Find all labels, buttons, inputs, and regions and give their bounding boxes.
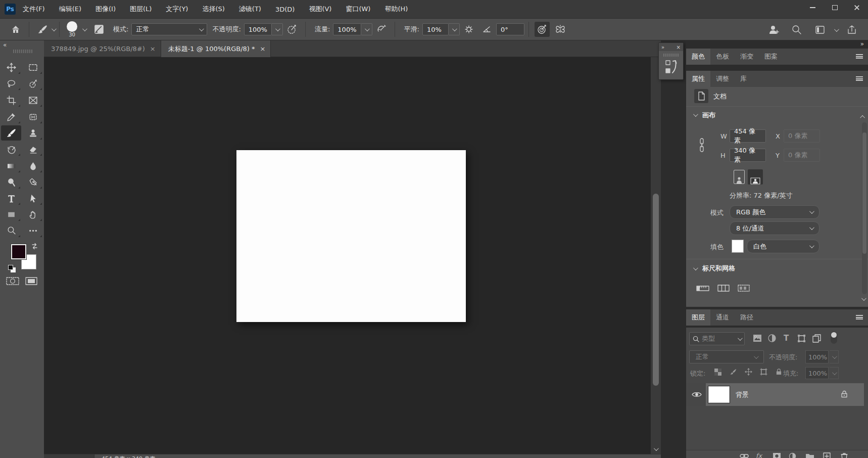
quick-selection-tool[interactable] bbox=[23, 76, 43, 91]
lock-all-button[interactable] bbox=[773, 368, 784, 376]
path-selection-tool[interactable] bbox=[23, 191, 43, 206]
opacity-input[interactable]: 100% bbox=[244, 23, 272, 35]
pressure-opacity-button[interactable] bbox=[284, 22, 300, 37]
swap-colors-button[interactable] bbox=[30, 242, 39, 252]
type-tool[interactable] bbox=[1, 191, 21, 206]
blend-mode-select[interactable]: 正常 bbox=[131, 23, 207, 35]
menu-item-type[interactable]: 文字(Y) bbox=[159, 0, 195, 18]
filter-type-layers-button[interactable]: T bbox=[784, 334, 789, 343]
scrollbar-down-arrow[interactable] bbox=[654, 446, 659, 451]
collapse-toolbar-button[interactable]: « bbox=[3, 41, 7, 49]
menu-item-3d[interactable]: 3D(D) bbox=[268, 0, 302, 18]
canvas-fill-swatch[interactable] bbox=[732, 240, 744, 253]
history-panel-button[interactable] bbox=[659, 59, 683, 76]
toolbar-grip[interactable] bbox=[13, 50, 32, 53]
tab-layers[interactable]: 图层 bbox=[686, 309, 710, 326]
shape-tool[interactable] bbox=[1, 207, 21, 222]
panel-grip[interactable] bbox=[663, 54, 679, 57]
tab-libraries[interactable]: 库 bbox=[735, 71, 752, 87]
add-mask-button[interactable] bbox=[773, 452, 781, 458]
orientation-portrait-button[interactable] bbox=[734, 170, 745, 184]
menu-item-image[interactable]: 图像(I) bbox=[88, 0, 123, 18]
layer-lock-badge[interactable] bbox=[841, 390, 848, 400]
maximize-button[interactable] bbox=[824, 0, 846, 15]
link-layers-button[interactable] bbox=[740, 452, 749, 458]
layer-row-background[interactable]: 背景 bbox=[686, 383, 864, 406]
tab-adjustments[interactable]: 调整 bbox=[710, 71, 735, 87]
frame-tool[interactable] bbox=[23, 93, 43, 108]
account-button[interactable] bbox=[766, 22, 781, 37]
section-chevron-icon[interactable] bbox=[693, 265, 698, 270]
layer-thumbnail[interactable] bbox=[708, 386, 730, 403]
airbrush-button[interactable] bbox=[374, 22, 389, 37]
panel-menu-icon[interactable] bbox=[856, 54, 863, 59]
orientation-landscape-button[interactable] bbox=[748, 169, 763, 185]
brush-size-picker[interactable]: 30 bbox=[67, 21, 77, 37]
brush-tool-selected[interactable] bbox=[1, 125, 21, 141]
history-brush-tool[interactable] bbox=[1, 142, 21, 157]
tab-channels[interactable]: 通道 bbox=[710, 309, 735, 326]
eyedropper-tool[interactable] bbox=[1, 109, 21, 124]
share-button[interactable] bbox=[844, 22, 859, 37]
pressure-size-button[interactable] bbox=[535, 22, 550, 37]
dodge-tool[interactable] bbox=[1, 174, 21, 190]
layer-filter-select[interactable]: 类型 bbox=[689, 332, 745, 345]
document-tab-inactive[interactable]: 378849.jpg @ 25%(RGB/8#) × bbox=[44, 40, 161, 57]
lock-transparency-button[interactable] bbox=[712, 369, 724, 376]
expand-panel-button[interactable]: » bbox=[661, 44, 664, 50]
document-canvas[interactable] bbox=[236, 150, 466, 322]
collapse-panels-button[interactable]: » bbox=[860, 40, 864, 48]
menu-item-window[interactable]: 窗口(W) bbox=[339, 0, 377, 18]
menu-item-help[interactable]: 帮助(H) bbox=[377, 0, 415, 18]
close-button[interactable] bbox=[846, 0, 868, 15]
filter-smart-objects-button[interactable] bbox=[812, 334, 821, 344]
screen-mode-button[interactable] bbox=[25, 277, 37, 287]
new-layer-button[interactable] bbox=[823, 452, 831, 458]
brush-size-chevron-icon[interactable] bbox=[82, 26, 87, 31]
lock-position-button[interactable] bbox=[743, 368, 754, 376]
filter-adjustment-layers-button[interactable] bbox=[768, 334, 776, 344]
pen-tool[interactable] bbox=[23, 174, 43, 190]
lasso-tool[interactable] bbox=[1, 76, 21, 91]
panel-scroll-up-icon[interactable] bbox=[860, 115, 865, 120]
bit-depth-select[interactable]: 8 位/通道 bbox=[730, 221, 819, 235]
brush-tool-preset[interactable] bbox=[35, 22, 50, 37]
hand-tool[interactable] bbox=[23, 207, 43, 222]
filter-pixel-layers-button[interactable] bbox=[753, 334, 762, 344]
fill-color-select[interactable]: 白色 bbox=[747, 240, 819, 253]
panel-scroll-down-icon[interactable] bbox=[861, 296, 866, 301]
vertical-scrollbar[interactable] bbox=[651, 57, 661, 454]
home-button[interactable] bbox=[8, 22, 23, 37]
tab-swatches[interactable]: 色板 bbox=[710, 49, 735, 65]
workspace-chevron-icon[interactable] bbox=[834, 27, 839, 32]
clone-stamp-tool[interactable] bbox=[23, 125, 43, 141]
close-tab-icon[interactable]: × bbox=[150, 45, 156, 53]
move-tool[interactable] bbox=[1, 60, 21, 75]
layer-filter-toggle[interactable] bbox=[831, 332, 837, 344]
filter-shape-layers-button[interactable] bbox=[797, 334, 806, 344]
brush-settings-panel-toggle[interactable] bbox=[91, 22, 107, 37]
close-panel-button[interactable]: × bbox=[677, 44, 681, 50]
new-group-button[interactable] bbox=[805, 452, 814, 458]
section-chevron-icon[interactable] bbox=[693, 112, 698, 117]
toggle-grid-button[interactable] bbox=[717, 284, 730, 294]
preset-chevron-icon[interactable] bbox=[52, 26, 57, 31]
minimize-button[interactable] bbox=[801, 0, 824, 15]
scrollbar-thumb[interactable] bbox=[862, 132, 866, 254]
smoothing-input[interactable]: 10% bbox=[422, 23, 449, 35]
tab-paths[interactable]: 路径 bbox=[735, 309, 759, 326]
flow-slider-toggle[interactable] bbox=[361, 23, 372, 35]
status-zoom-field[interactable] bbox=[44, 454, 94, 458]
layer-visibility-toggle[interactable] bbox=[692, 391, 702, 399]
close-tab-icon[interactable]: × bbox=[260, 45, 266, 53]
color-mode-select[interactable]: RGB 颜色 bbox=[730, 205, 819, 219]
lock-artboard-button[interactable] bbox=[758, 368, 769, 376]
panel-menu-icon[interactable] bbox=[856, 76, 863, 81]
scrollbar-thumb[interactable] bbox=[653, 194, 659, 386]
toggle-rulers-button[interactable] bbox=[696, 284, 709, 294]
tab-patterns[interactable]: 图案 bbox=[759, 49, 783, 65]
menu-item-view[interactable]: 视图(V) bbox=[302, 0, 339, 18]
tab-color[interactable]: 颜色 bbox=[686, 49, 710, 65]
tab-gradients[interactable]: 渐变 bbox=[735, 49, 759, 65]
width-input[interactable]: 454 像素 bbox=[730, 129, 766, 143]
